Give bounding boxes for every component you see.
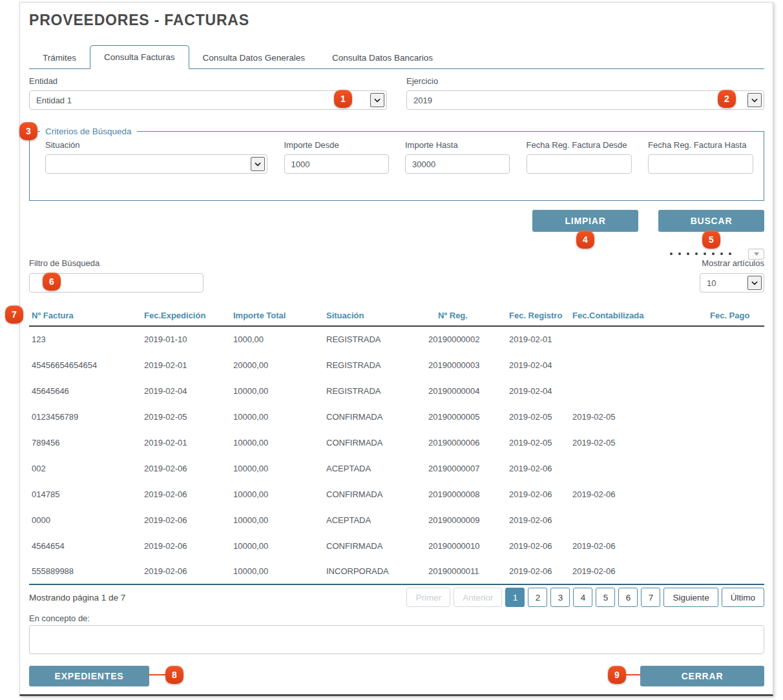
chevron-down-icon[interactable] bbox=[747, 276, 762, 290]
situacion-field-group: Situación bbox=[45, 140, 267, 174]
table-cell: 1000,00 bbox=[231, 326, 324, 352]
column-header[interactable]: Fec.Contabilizada bbox=[570, 305, 696, 326]
table-cell bbox=[570, 326, 696, 352]
column-header[interactable]: Nº Reg. bbox=[426, 305, 506, 326]
page-button-6[interactable]: 6 bbox=[618, 588, 638, 607]
table-cell bbox=[696, 404, 764, 429]
column-header[interactable]: Nº Factura bbox=[29, 305, 141, 326]
table-row[interactable]: 7894562019-02-0110000,00CONFIRMADA201900… bbox=[29, 429, 764, 455]
situacion-select[interactable] bbox=[45, 154, 267, 174]
table-cell: 123 bbox=[29, 326, 141, 352]
en-concepto-textarea[interactable] bbox=[29, 625, 764, 654]
fecha-hasta-input[interactable] bbox=[648, 154, 753, 174]
pagination-buttons: Primer Anterior 1234567 Siguiente Último bbox=[406, 588, 764, 607]
mostrar-articulos-select[interactable]: 10 bbox=[700, 273, 764, 293]
page-button-3[interactable]: 3 bbox=[550, 588, 570, 607]
table-row[interactable]: 454566546546542019-02-0120000,00REGISTRA… bbox=[29, 352, 764, 378]
table-row[interactable]: 00002019-02-0610000,00ACEPTADA2019000000… bbox=[29, 507, 764, 533]
limpiar-button[interactable]: LIMPIAR bbox=[532, 210, 638, 232]
chevron-down-icon[interactable] bbox=[370, 93, 384, 107]
cerrar-button[interactable]: CERRAR bbox=[640, 666, 764, 686]
table-row[interactable]: 1232019-01-101000,00REGISTRADA2019000000… bbox=[29, 326, 764, 352]
siguiente-button[interactable]: Siguiente bbox=[663, 588, 718, 607]
column-header[interactable]: Fec. Pago bbox=[696, 305, 764, 326]
table-cell: 0123456789 bbox=[29, 404, 141, 429]
table-cell: CONFIRMADA bbox=[324, 404, 426, 429]
table-cell: 2019-02-04 bbox=[506, 378, 570, 404]
table-cell: CONFIRMADA bbox=[324, 481, 426, 507]
table-cell: 2019-02-05 bbox=[570, 404, 696, 429]
callout-badge-9: 9 bbox=[608, 666, 626, 684]
callout-badge-4: 4 bbox=[576, 231, 594, 249]
table-cell: 2019-02-06 bbox=[506, 455, 570, 481]
callout-badge-5: 5 bbox=[702, 231, 720, 249]
table-cell: 20190000010 bbox=[426, 533, 506, 559]
app-window: PROVEEDORES - FACTURAS Trámites Consulta… bbox=[19, 2, 773, 696]
table-header-row: Nº FacturaFec.ExpediciónImporte TotalSit… bbox=[29, 305, 764, 326]
column-header[interactable]: Fec.Expedición bbox=[141, 305, 231, 326]
entidad-field-group: Entidad Entidad 1 bbox=[29, 76, 387, 110]
table-row[interactable]: 0022019-02-0610000,00ACEPTADA20190000007… bbox=[29, 455, 764, 481]
dropdown-arrow-icon[interactable] bbox=[748, 249, 764, 260]
column-header[interactable]: Fec. Registro bbox=[506, 305, 570, 326]
ultimo-button[interactable]: Último bbox=[722, 588, 764, 607]
table-cell bbox=[570, 507, 696, 533]
fecha-desde-field-group: Fecha Reg. Factura Desde bbox=[527, 140, 632, 174]
table-cell: 2019-02-01 bbox=[141, 429, 231, 455]
column-header[interactable]: Situación bbox=[324, 305, 426, 326]
entidad-value: Entidad 1 bbox=[36, 96, 370, 105]
page-button-7[interactable]: 7 bbox=[641, 588, 660, 607]
importe-hasta-input[interactable] bbox=[405, 154, 510, 174]
table-row[interactable]: 456456462019-02-0410000,00REGISTRADA2019… bbox=[29, 378, 764, 404]
table-cell: ACEPTADA bbox=[324, 455, 426, 481]
buscar-button[interactable]: BUSCAR bbox=[658, 210, 764, 232]
entidad-select[interactable]: Entidad 1 bbox=[29, 90, 387, 110]
ejercicio-field-group: Ejercicio 2019 bbox=[406, 76, 764, 110]
table-cell: 2019-02-06 bbox=[506, 559, 570, 584]
table-row[interactable]: 0147852019-02-0610000,00CONFIRMADA201900… bbox=[29, 481, 764, 507]
table-cell: 2019-02-06 bbox=[506, 481, 570, 507]
page-button-4[interactable]: 4 bbox=[573, 588, 592, 607]
page-button-5[interactable]: 5 bbox=[596, 588, 615, 607]
situacion-label: Situación bbox=[45, 140, 267, 150]
en-concepto-label: En concepto de: bbox=[29, 613, 90, 623]
table-cell: 2019-02-06 bbox=[141, 481, 231, 507]
table-cell bbox=[696, 481, 764, 507]
tab-tramites[interactable]: Trámites bbox=[29, 46, 90, 69]
callout-badge-8: 8 bbox=[165, 666, 183, 684]
criterios-busqueda-fieldset: Criterios de Búsqueda Situación Importe … bbox=[29, 127, 764, 201]
ejercicio-select[interactable]: 2019 bbox=[406, 90, 764, 110]
table-cell bbox=[696, 455, 764, 481]
table-cell: 20190000008 bbox=[426, 481, 506, 507]
table-cell bbox=[696, 533, 764, 559]
page-button-1[interactable]: 1 bbox=[505, 588, 525, 607]
expedientes-button[interactable]: EXPEDIENTES bbox=[29, 666, 149, 686]
table-cell: 20190000004 bbox=[426, 378, 506, 404]
table-cell: 20190000007 bbox=[426, 455, 506, 481]
tab-consulta-facturas[interactable]: Consulta Facturas bbox=[90, 45, 189, 69]
table-cell: 2019-02-06 bbox=[141, 533, 231, 559]
table-row[interactable]: 5558899882019-02-0610000,00INCORPORADA20… bbox=[29, 559, 764, 584]
table-row[interactable]: 45646542019-02-0610000,00CONFIRMADA20190… bbox=[29, 533, 764, 559]
chevron-down-icon[interactable] bbox=[251, 157, 265, 171]
page-button-2[interactable]: 2 bbox=[528, 588, 547, 607]
facturas-table: Nº FacturaFec.ExpediciónImporte TotalSit… bbox=[29, 305, 764, 585]
footer-actions: EXPEDIENTES CERRAR bbox=[29, 666, 764, 686]
table-cell: 2019-02-06 bbox=[506, 507, 570, 533]
chevron-down-icon[interactable] bbox=[747, 93, 762, 107]
tab-consulta-datos-bancarios[interactable]: Consulta Datos Bancarios bbox=[318, 46, 446, 69]
importe-desde-label: Importe Desde bbox=[284, 140, 389, 150]
importe-desde-input[interactable] bbox=[284, 154, 389, 174]
table-cell: 2019-02-05 bbox=[506, 404, 570, 429]
primer-button[interactable]: Primer bbox=[406, 588, 450, 607]
anterior-button[interactable]: Anterior bbox=[454, 588, 502, 607]
tab-consulta-datos-generales[interactable]: Consulta Datos Generales bbox=[189, 46, 318, 69]
column-header[interactable]: Importe Total bbox=[231, 305, 324, 326]
badge-8-connector bbox=[149, 674, 167, 675]
badge-9-connector bbox=[625, 674, 641, 675]
ejercicio-value: 2019 bbox=[413, 96, 747, 105]
table-cell: 45456654654654 bbox=[29, 352, 141, 378]
table-row[interactable]: 01234567892019-02-0510000,00CONFIRMADA20… bbox=[29, 404, 764, 429]
table-cell: 20190000005 bbox=[426, 404, 506, 429]
fecha-desde-input[interactable] bbox=[527, 154, 632, 174]
